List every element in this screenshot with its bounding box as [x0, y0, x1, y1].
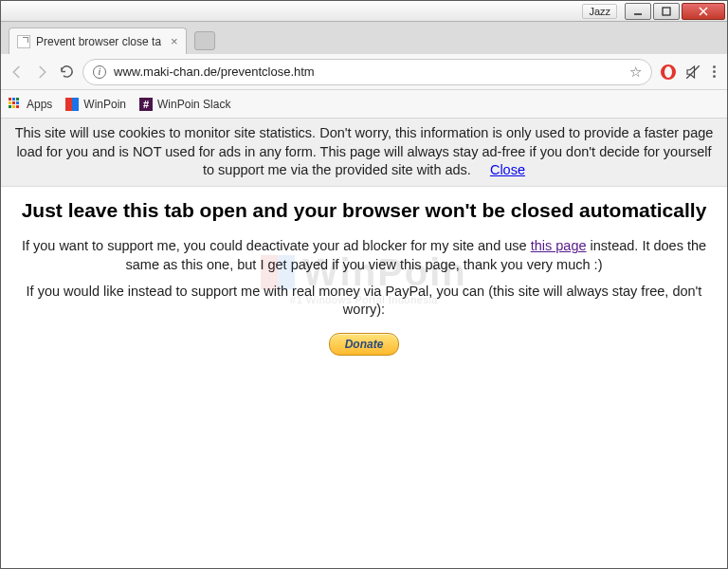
- this-page-link[interactable]: this page: [531, 238, 587, 253]
- navigation-bar: i www.maki-chan.de/preventclose.htm ☆: [1, 54, 727, 90]
- bookmark-star-icon[interactable]: ☆: [629, 64, 642, 81]
- cookie-close-link[interactable]: Close: [490, 162, 525, 177]
- page-content: This site will use cookies to monitor si…: [1, 119, 727, 568]
- maximize-button[interactable]: [653, 3, 680, 20]
- browser-tab[interactable]: Prevent browser close ta ×: [9, 28, 187, 54]
- page-heading: Just leave this tab open and your browse…: [18, 193, 710, 229]
- support-paragraph-1: If you want to support me, you could dea…: [18, 237, 710, 274]
- forward-button[interactable]: [33, 64, 50, 81]
- bookmarks-bar: Apps WinPoin # WinPoin Slack: [1, 90, 727, 119]
- cookie-notice: This site will use cookies to monitor si…: [1, 119, 727, 187]
- back-button[interactable]: [9, 64, 26, 81]
- window-caption: Jazz: [582, 4, 617, 19]
- minimize-button[interactable]: [625, 3, 651, 20]
- window-titlebar: Jazz: [1, 1, 727, 22]
- slack-icon: #: [139, 98, 153, 111]
- reload-button[interactable]: [58, 64, 75, 81]
- winpoin-bookmark[interactable]: WinPoin: [65, 98, 126, 111]
- winpoin-label: WinPoin: [83, 98, 126, 111]
- winpoin-slack-bookmark[interactable]: # WinPoin Slack: [139, 98, 230, 111]
- mute-icon[interactable]: [684, 64, 701, 81]
- url-text: www.maki-chan.de/preventclose.htm: [114, 64, 622, 79]
- close-window-button[interactable]: [682, 3, 725, 20]
- opera-extension-icon[interactable]: [660, 64, 677, 81]
- slack-label: WinPoin Slack: [157, 98, 230, 111]
- menu-button[interactable]: [709, 65, 719, 78]
- site-info-icon[interactable]: i: [93, 65, 106, 79]
- address-bar[interactable]: i www.maki-chan.de/preventclose.htm ☆: [82, 59, 652, 85]
- file-icon: [17, 35, 30, 48]
- donate-button[interactable]: Donate: [329, 333, 400, 356]
- main-area: WinPoin #1 Windows Portal Indonesia Just…: [1, 187, 727, 361]
- tab-strip: Prevent browser close ta ×: [1, 22, 727, 54]
- apps-bookmark[interactable]: Apps: [9, 98, 52, 111]
- apps-label: Apps: [27, 98, 52, 111]
- tab-title: Prevent browser close ta: [36, 35, 161, 48]
- close-tab-icon[interactable]: ×: [171, 34, 178, 48]
- cookie-text: This site will use cookies to monitor si…: [15, 125, 714, 177]
- new-tab-button[interactable]: [194, 31, 215, 50]
- svg-rect-1: [663, 8, 670, 15]
- support-paragraph-2: If you would like instead to support me …: [18, 283, 710, 320]
- apps-grid-icon: [9, 98, 22, 111]
- browser-window: Jazz Prevent browser close ta × i www.ma…: [0, 0, 728, 569]
- winpoin-icon: [65, 98, 79, 111]
